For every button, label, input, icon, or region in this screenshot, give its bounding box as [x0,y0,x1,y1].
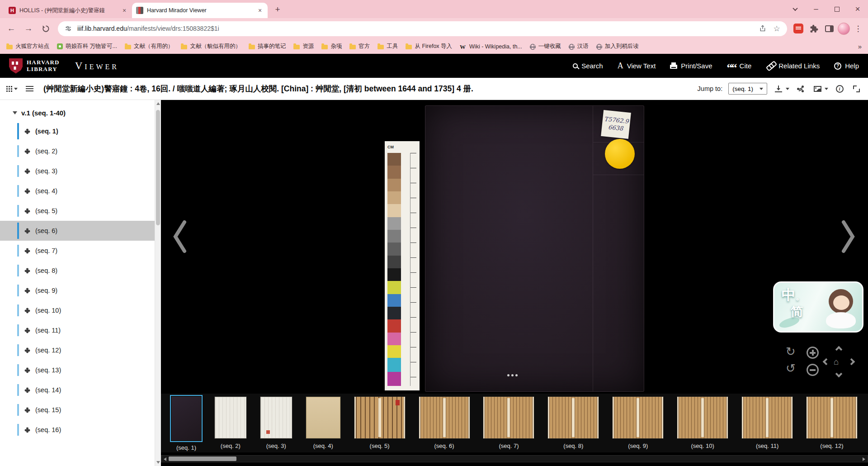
sidebar-item[interactable]: (seq. 16) [0,420,161,440]
next-page-button[interactable] [838,219,858,255]
thumbnail-image[interactable] [354,397,405,438]
bookmark-star-icon[interactable] [772,24,782,33]
sidebar-item[interactable]: (seq. 2) [0,141,161,161]
image-options-button[interactable] [812,83,823,94]
bookmark-item[interactable]: 文献（貌似有用的） [181,43,241,50]
back-button[interactable] [4,21,19,36]
pan-left-button[interactable] [823,358,830,366]
info-button[interactable] [834,83,845,94]
bookmark-item[interactable]: 从 Firefox 导入 [406,43,452,50]
address-bar[interactable]: iiif.lib.harvard.edu/manifests/view/drs:… [58,21,787,36]
maximize-button[interactable] [826,0,847,18]
thumbnail-item[interactable]: (seq. 6) [419,397,470,449]
sidebar-item[interactable]: (seq. 13) [0,360,161,380]
thumbnail-image[interactable] [419,397,470,438]
thumbnail-item[interactable]: (seq. 9) [613,397,663,449]
ime-overlay[interactable]: 中。 简 [773,281,863,333]
browser-tab[interactable]: HOLLIS - (艸閒堂新編小史)警寤鐘 [5,3,132,18]
reader-extension-icon[interactable] [792,22,805,35]
thumbnail-item[interactable]: (seq. 2) [215,397,246,449]
site-settings-icon[interactable] [63,24,73,33]
extensions-puzzle-icon[interactable] [807,22,821,35]
thumbnail-item[interactable]: (seq. 3) [260,397,292,449]
sidebar-item[interactable]: (seq. 3) [0,161,161,181]
bookmark-item[interactable]: 资源 [293,43,314,50]
bookmark-item[interactable]: 官方 [349,43,370,50]
sidebar-item[interactable]: (seq. 1) [0,121,161,141]
zoom-in-button[interactable] [807,347,819,359]
scrollbar-thumb[interactable] [156,110,160,225]
sidebar-item[interactable]: (seq. 6) [0,221,161,241]
sidebar-item[interactable]: (seq. 10) [0,300,161,320]
sidebar-group-header[interactable]: v.1 (seq. 1-40) [0,100,161,121]
thumbnail-item[interactable]: (seq. 5) [354,397,405,449]
hscroll-right-icon[interactable] [863,457,865,461]
thumbnail-image[interactable] [613,397,663,438]
fullscreen-button[interactable] [851,83,862,94]
thumbnail-image[interactable] [260,397,292,438]
bookmark-item[interactable]: 汉语 [569,43,589,50]
profile-avatar[interactable] [838,23,850,35]
thumbnail-item[interactable]: (seq. 12) [807,397,857,449]
tab-list-dropdown-icon[interactable] [785,0,806,18]
bookmarks-overflow-icon[interactable]: » [858,43,862,50]
reload-button[interactable] [38,21,53,36]
sidebar-item[interactable]: (seq. 9) [0,281,161,300]
sidebar-item[interactable]: (seq. 8) [0,261,161,281]
tab-close-icon[interactable] [121,7,128,14]
pan-right-button[interactable] [848,358,855,366]
pan-up-button[interactable] [835,346,843,353]
rotate-right-button[interactable]: ↻ [786,346,796,357]
sidebar-item[interactable]: (seq. 5) [0,201,161,221]
hscroll-thumb[interactable] [169,456,236,461]
header-menu-item[interactable]: Print/Save [670,62,712,70]
rotate-left-button[interactable]: ↺ [786,362,796,374]
thumbnail-item[interactable]: (seq. 4) [306,397,340,449]
download-caret-icon[interactable] [786,88,789,90]
book-cover-image[interactable]: T5762.9 6638 [425,105,644,392]
previous-page-button[interactable] [170,219,190,255]
header-menu-item[interactable]: Related Links [766,62,820,70]
image-options-dots[interactable] [507,374,509,376]
forward-button[interactable] [21,21,36,36]
collapse-caret-icon[interactable] [13,111,17,114]
thumbnail-image[interactable] [483,397,534,438]
thumbnail-image[interactable] [548,397,599,438]
thumbnail-image[interactable] [172,397,201,440]
thumbnail-image[interactable] [677,397,728,438]
scrollbar-down-icon[interactable] [156,461,160,464]
thumbnail-image[interactable] [807,397,857,438]
thumbnail-item[interactable]: (seq. 8) [548,397,599,449]
header-menu-item[interactable]: View Text [618,61,656,71]
sidebar-item[interactable]: (seq. 12) [0,340,161,360]
bookmark-item[interactable]: 杂项 [321,43,342,50]
close-button[interactable] [847,0,868,18]
thumbnail-item[interactable]: (seq. 10) [677,397,728,449]
side-panel-icon[interactable] [822,22,836,35]
bookmark-item[interactable]: 一键收藏 [530,43,561,50]
thumbnail-item[interactable]: (seq. 11) [742,397,793,449]
bookmark-item[interactable]: 搞事的笔记 [249,43,286,50]
new-tab-button[interactable] [271,3,284,16]
bookmark-item[interactable]: Wiki - Wikipedia, th... [460,43,522,50]
bookmark-item[interactable]: 加入到稍后读 [596,43,639,50]
thumbnail-item[interactable]: (seq. 7) [483,397,534,449]
browser-menu-icon[interactable] [852,22,864,35]
harvard-brand-text[interactable]: HARVARD LIBRARY [27,59,60,73]
scrollbar-up-icon[interactable] [156,102,160,105]
harvard-shield-logo[interactable] [9,58,23,74]
sidebar-item[interactable]: (seq. 14) [0,380,161,400]
sidebar-item[interactable]: (seq. 11) [0,320,161,340]
bookmark-item[interactable]: 工具 [377,43,398,50]
header-menu-item[interactable]: Help [834,62,859,70]
sidebar-item[interactable]: (seq. 15) [0,400,161,420]
sidebar-toggle-button[interactable] [26,86,33,87]
image-caret-icon[interactable] [825,88,828,90]
zoom-out-button[interactable] [807,364,819,376]
thumbnail-image[interactable] [742,397,793,438]
sidebar-item[interactable]: (seq. 7) [0,241,161,261]
bookmark-item[interactable]: 萌娘百科 万物皆可... [57,43,117,50]
thumbnail-item[interactable]: (seq. 1) [172,397,201,451]
header-menu-item[interactable]: Cite [727,62,752,70]
jump-to-select[interactable]: (seq. 1) [728,83,767,95]
